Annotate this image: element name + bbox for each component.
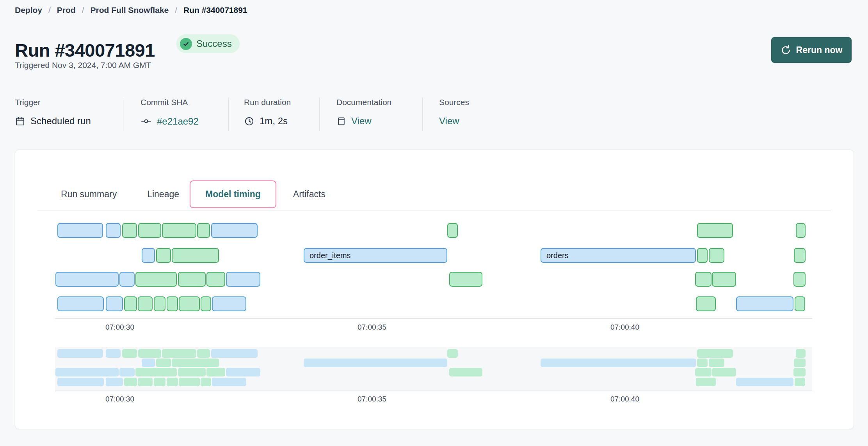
meta-divider — [422, 98, 423, 131]
tab-bar: Run summaryLineageModel timingArtifacts — [61, 179, 326, 209]
model-timing-bar-mini — [793, 368, 806, 376]
model-timing-bar[interactable] — [106, 296, 123, 311]
success-check-icon — [180, 38, 192, 50]
model-timing-bar-mini — [179, 378, 200, 386]
model-timing-bar-mini — [211, 349, 258, 358]
model-timing-bar[interactable] — [106, 223, 121, 238]
model-timing-bar-mini — [57, 349, 103, 358]
model-timing-bar-mini — [57, 378, 104, 386]
model-timing-bar-mini — [55, 368, 119, 376]
model-timing-bar-mini — [697, 359, 708, 367]
time-axis-line — [55, 318, 812, 319]
model-name-label: order_items — [304, 249, 446, 262]
model-timing-bar[interactable] — [135, 272, 177, 287]
meta-divider — [123, 98, 123, 131]
model-timing-minimap: 07:00:3007:00:3507:00:40 — [55, 347, 812, 406]
meta-divider — [228, 98, 229, 131]
breadcrumb-item[interactable]: Prod — [57, 5, 76, 15]
meta-label: Documentation — [336, 98, 391, 107]
model-timing-bar[interactable] — [167, 296, 178, 311]
model-timing-bar[interactable] — [201, 296, 211, 311]
model-timing-bar-mini — [226, 368, 260, 376]
model-timing-bar[interactable] — [178, 272, 206, 287]
model-timing-bar-mini — [794, 359, 806, 367]
meta-documentation: DocumentationView — [336, 98, 391, 127]
model-timing-bar-mini — [135, 368, 177, 376]
model-timing-bar[interactable] — [156, 248, 171, 263]
model-timing-bar[interactable] — [138, 223, 161, 238]
model-timing-bar-mini — [541, 359, 696, 367]
model-timing-bar[interactable] — [709, 248, 724, 263]
model-timing-bar[interactable] — [138, 296, 153, 311]
model-timing-bar[interactable] — [796, 223, 806, 238]
meta-label: Run duration — [244, 98, 291, 107]
tab-model-timing[interactable]: Model timing — [190, 180, 276, 208]
model-timing-bar[interactable] — [736, 296, 793, 311]
meta-value[interactable]: #e21ae92 — [141, 116, 199, 127]
model-timing-bar[interactable] — [124, 296, 137, 311]
model-timing-bar[interactable] — [447, 223, 458, 238]
model-timing-bar[interactable]: orders — [541, 248, 696, 263]
time-tick-label: 07:00:40 — [610, 395, 639, 403]
meta-value[interactable]: View — [336, 116, 391, 127]
model-timing-bar[interactable] — [712, 272, 736, 287]
model-timing-bar[interactable] — [697, 248, 708, 263]
breadcrumb-item[interactable]: Prod Full Snowflake — [91, 5, 169, 15]
model-timing-bar[interactable] — [119, 272, 135, 287]
tab-artifacts[interactable]: Artifacts — [293, 189, 326, 200]
meta-value-text: View — [439, 116, 459, 127]
model-timing-bar[interactable] — [795, 296, 805, 311]
model-timing-bar-mini — [124, 378, 137, 386]
model-timing-bar[interactable] — [212, 296, 246, 311]
model-timing-bar-mini — [447, 349, 458, 358]
model-timing-bar[interactable] — [696, 296, 716, 311]
model-timing-bar[interactable] — [697, 223, 733, 238]
timeline-brush[interactable] — [55, 347, 812, 391]
run-detail-card: Run summaryLineageModel timingArtifacts … — [15, 150, 854, 429]
meta-label: Trigger — [15, 98, 91, 107]
model-timing-bar[interactable]: order_items — [304, 248, 447, 263]
page-title: Run #340071891 — [15, 39, 155, 61]
model-timing-bar-mini — [172, 359, 219, 367]
model-timing-bar-mini — [697, 349, 733, 358]
document-icon — [336, 116, 346, 127]
model-timing-bar-mini — [695, 368, 711, 376]
model-timing-bar[interactable] — [197, 223, 210, 238]
model-timing-bar[interactable] — [793, 272, 806, 287]
model-timing-bar[interactable] — [57, 223, 103, 238]
meta-label: Commit SHA — [141, 98, 199, 107]
time-tick-label: 07:00:30 — [105, 323, 134, 332]
model-timing-bar-mini — [212, 378, 246, 386]
model-timing-bar[interactable] — [162, 223, 196, 238]
model-timing-bar[interactable] — [206, 272, 225, 287]
breadcrumb-separator: / — [82, 5, 84, 15]
model-timing-bar-mini — [106, 349, 121, 358]
model-timing-bar-mini — [712, 368, 736, 376]
model-timing-bar[interactable] — [142, 248, 155, 263]
meta-commit-sha: Commit SHA#e21ae92 — [141, 98, 199, 127]
model-timing-bar-mini — [795, 378, 805, 386]
model-timing-bar[interactable] — [695, 272, 711, 287]
model-timing-bar[interactable] — [179, 296, 200, 311]
status-badge: Success — [176, 34, 240, 53]
model-timing-bar[interactable] — [55, 272, 119, 287]
model-timing-bar[interactable] — [172, 248, 219, 263]
model-timing-bar-mini — [206, 368, 225, 376]
model-timing-bar[interactable] — [154, 296, 165, 311]
model-timing-bar[interactable] — [211, 223, 258, 238]
model-timing-bar[interactable] — [794, 248, 806, 263]
meta-divider — [319, 98, 320, 131]
tab-lineage[interactable]: Lineage — [147, 189, 179, 200]
time-tick-label: 07:00:35 — [358, 395, 386, 403]
model-timing-bar[interactable] — [57, 296, 104, 311]
breadcrumb-item[interactable]: Deploy — [15, 5, 42, 15]
model-timing-bar[interactable] — [449, 272, 482, 287]
model-timing-bar[interactable] — [122, 223, 137, 238]
calendar-icon — [15, 116, 25, 127]
model-timing-bar-mini — [197, 349, 210, 358]
model-name-label: orders — [541, 249, 695, 262]
tab-run-summary[interactable]: Run summary — [61, 189, 117, 200]
meta-value[interactable]: View — [439, 116, 469, 127]
model-timing-bar[interactable] — [226, 272, 260, 287]
rerun-now-button[interactable]: Rerun now — [771, 37, 852, 63]
